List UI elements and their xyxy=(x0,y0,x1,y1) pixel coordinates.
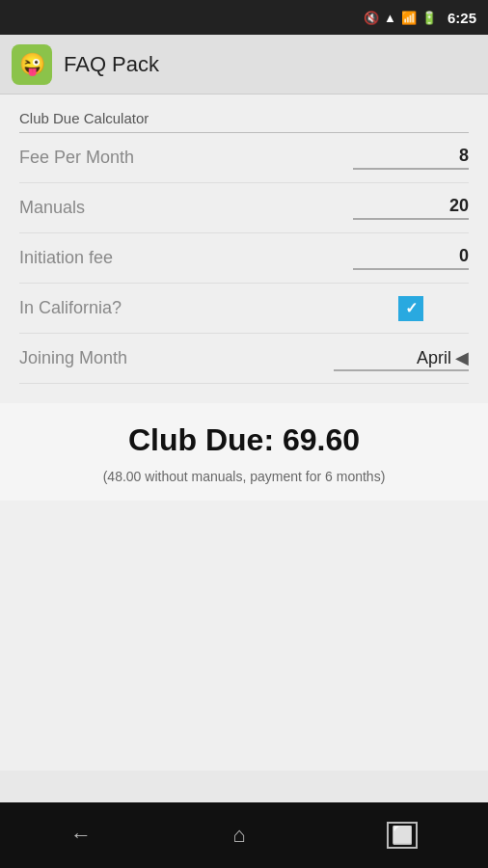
battery-icon: 🔋 xyxy=(421,11,437,25)
joining-month-label: Joining Month xyxy=(19,348,127,368)
result-section: Club Due: 69.60 (48.00 without manuals, … xyxy=(0,403,488,501)
joining-month-dropdown-container: January February March April May June Ju… xyxy=(334,346,469,371)
home-button[interactable]: ⌂ xyxy=(232,823,245,848)
app-title: FAQ Pack xyxy=(64,52,159,77)
in-california-checkbox[interactable]: ✓ xyxy=(398,296,423,321)
back-button[interactable] xyxy=(70,823,92,848)
recent-button[interactable]: ⬜ xyxy=(387,822,418,849)
recent-icon: ⬜ xyxy=(387,822,418,849)
app-bar: 😜 FAQ Pack xyxy=(0,35,488,95)
mute-icon: 🔇 xyxy=(364,11,379,25)
in-california-checkbox-container: ✓ xyxy=(353,296,469,321)
manuals-row: Manuals xyxy=(19,183,469,233)
back-icon xyxy=(70,823,92,848)
home-icon: ⌂ xyxy=(232,823,245,848)
fee-per-month-row: Fee Per Month xyxy=(19,133,469,183)
in-california-row: In California? ✓ xyxy=(19,284,469,334)
status-icons: 🔇 ▲ 📶 🔋 6:25 xyxy=(364,10,476,26)
main-content: Club Due Calculator Fee Per Month Manual… xyxy=(0,95,488,403)
status-bar: 🔇 ▲ 📶 🔋 6:25 xyxy=(0,0,488,35)
checkmark-icon: ✓ xyxy=(405,301,418,316)
club-due-note: (48.00 without manuals, payment for 6 mo… xyxy=(103,469,386,484)
initiation-fee-input[interactable] xyxy=(353,246,469,270)
status-time: 6:25 xyxy=(447,10,476,26)
joining-month-row: Joining Month January February March Apr… xyxy=(19,334,469,384)
wifi-icon: ▲ xyxy=(384,11,396,25)
initiation-fee-row: Initiation fee xyxy=(19,233,469,284)
section-title: Club Due Calculator xyxy=(19,110,469,126)
manuals-label: Manuals xyxy=(19,198,85,218)
club-due-result: Club Due: 69.60 xyxy=(19,422,469,458)
app-icon-emoji: 😜 xyxy=(19,52,45,77)
fee-per-month-input[interactable] xyxy=(353,146,469,170)
initiation-fee-label: Initiation fee xyxy=(19,248,113,268)
joining-month-select[interactable]: January February March April May June Ju… xyxy=(345,346,451,369)
app-icon: 😜 xyxy=(12,44,52,85)
empty-area xyxy=(0,501,488,771)
signal-icon: 📶 xyxy=(401,11,417,25)
fee-per-month-label: Fee Per Month xyxy=(19,148,134,168)
in-california-label: In California? xyxy=(19,298,122,318)
nav-bar: ⌂ ⬜ xyxy=(0,802,488,868)
dropdown-arrow-icon: ◀ xyxy=(455,347,469,368)
manuals-input[interactable] xyxy=(353,196,469,220)
